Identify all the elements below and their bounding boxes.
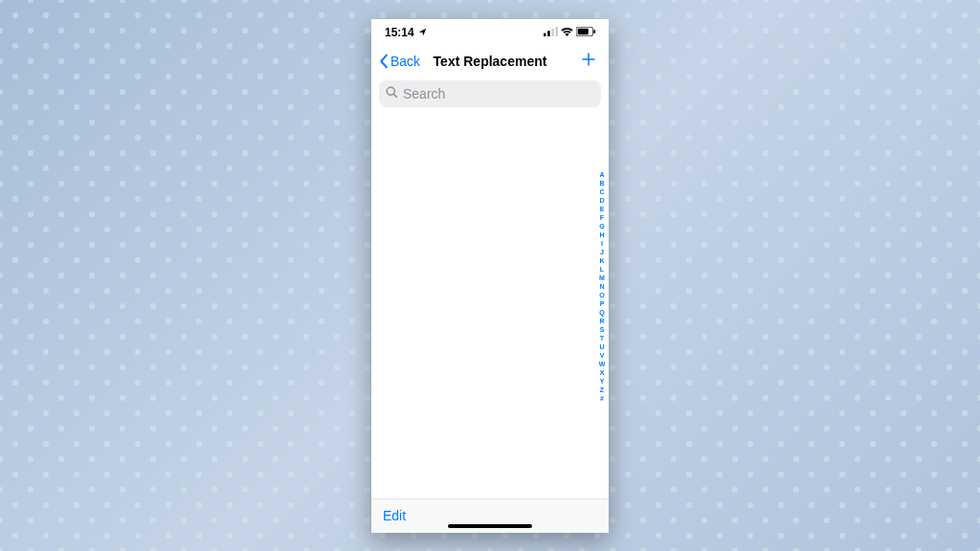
search-container	[371, 77, 609, 113]
index-letter[interactable]: Z	[597, 386, 607, 394]
search-icon	[386, 85, 398, 102]
search-field[interactable]	[379, 80, 601, 107]
index-letter[interactable]: F	[597, 213, 607, 222]
index-bar[interactable]: ABCDEFGHIJKLMNOPQRSTUVWXYZ#	[597, 170, 607, 403]
index-letter[interactable]: W	[597, 360, 607, 368]
location-icon	[418, 26, 427, 39]
status-time: 15:14	[385, 26, 414, 39]
content-area: ABCDEFGHIJKLMNOPQRSTUVWXYZ#	[371, 113, 609, 498]
index-letter[interactable]: N	[597, 282, 607, 291]
index-letter[interactable]: O	[597, 291, 607, 299]
svg-rect-5	[578, 28, 589, 33]
add-button[interactable]	[580, 51, 601, 72]
svg-line-10	[394, 94, 397, 97]
index-letter[interactable]: #	[597, 394, 607, 403]
svg-rect-1	[547, 31, 550, 36]
status-left: 15:14	[385, 26, 427, 39]
index-letter[interactable]: E	[597, 205, 607, 213]
index-letter[interactable]: K	[597, 256, 607, 265]
home-indicator[interactable]	[448, 524, 532, 528]
phone-frame: 15:14 Back Text Replacement	[371, 19, 609, 533]
svg-rect-3	[556, 27, 559, 36]
index-letter[interactable]: P	[597, 299, 607, 308]
index-letter[interactable]: S	[597, 325, 607, 334]
index-letter[interactable]: B	[597, 179, 607, 187]
index-letter[interactable]: I	[597, 239, 607, 248]
index-letter[interactable]: D	[597, 196, 607, 205]
back-label: Back	[390, 54, 420, 69]
index-letter[interactable]: L	[597, 265, 607, 274]
index-letter[interactable]: R	[597, 317, 607, 325]
index-letter[interactable]: J	[597, 248, 607, 256]
index-letter[interactable]: X	[597, 368, 607, 377]
svg-rect-6	[593, 30, 595, 33]
index-letter[interactable]: H	[597, 231, 607, 239]
index-letter[interactable]: Y	[597, 377, 607, 386]
svg-rect-2	[551, 28, 554, 35]
index-letter[interactable]: T	[597, 334, 607, 342]
edit-button[interactable]: Edit	[383, 508, 406, 523]
index-letter[interactable]: C	[597, 187, 607, 196]
wifi-icon	[561, 26, 573, 39]
nav-bar: Back Text Replacement	[371, 46, 609, 77]
signal-icon	[544, 26, 558, 39]
search-input[interactable]	[403, 86, 594, 101]
index-letter[interactable]: M	[597, 274, 607, 282]
index-letter[interactable]: A	[597, 170, 607, 179]
index-letter[interactable]: G	[597, 222, 607, 231]
index-letter[interactable]: Q	[597, 308, 607, 317]
status-bar: 15:14	[371, 19, 609, 46]
index-letter[interactable]: U	[597, 342, 607, 351]
back-button[interactable]: Back	[379, 54, 420, 69]
page-title: Text Replacement	[434, 54, 547, 69]
svg-rect-0	[544, 33, 546, 35]
status-right	[544, 26, 595, 39]
battery-icon	[576, 26, 595, 39]
index-letter[interactable]: V	[597, 351, 607, 360]
